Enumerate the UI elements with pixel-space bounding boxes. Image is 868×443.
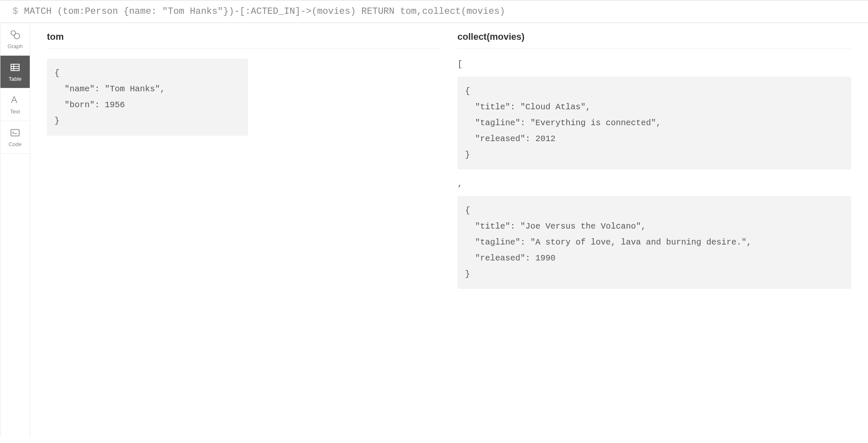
result-row: tom { "name": "Tom Hanks", "born": 1956 … (47, 23, 851, 297)
sidebar-item-table[interactable]: Table (0, 56, 30, 88)
sidebar-item-label: Code (8, 141, 21, 147)
text-icon (9, 94, 21, 106)
open-bracket: [ (457, 59, 851, 77)
sidebar-item-label: Graph (8, 43, 23, 49)
view-sidebar: Graph Table Text (0, 23, 30, 437)
column-header: collect(movies) (457, 23, 851, 49)
column-tom: tom { "name": "Tom Hanks", "born": 1956 … (47, 23, 441, 297)
sidebar-item-graph[interactable]: Graph (0, 23, 30, 56)
list-comma: , (457, 178, 851, 196)
column-header: tom (47, 23, 441, 49)
svg-rect-6 (11, 129, 19, 136)
code-block[interactable]: { "name": "Tom Hanks", "born": 1956 } (47, 59, 248, 136)
svg-point-1 (14, 33, 20, 39)
code-icon (9, 127, 21, 139)
graph-icon (9, 29, 21, 41)
query-text: MATCH (tom:Person {name: "Tom Hanks"})-[… (24, 6, 505, 17)
svg-rect-2 (11, 64, 19, 70)
code-block[interactable]: { "title": "Cloud Atlas", "tagline": "Ev… (457, 77, 851, 170)
results-pane[interactable]: tom { "name": "Tom Hanks", "born": 1956 … (30, 23, 868, 437)
column-collect: collect(movies) [ { "title": "Cloud Atla… (457, 23, 851, 297)
query-bar[interactable]: $ MATCH (tom:Person {name: "Tom Hanks"})… (0, 0, 868, 23)
code-block[interactable]: { "title": "Joe Versus the Volcano", "ta… (457, 196, 851, 289)
table-icon (9, 62, 21, 73)
sidebar-item-text[interactable]: Text (0, 88, 30, 121)
sidebar-item-code[interactable]: Code (0, 121, 30, 154)
sidebar-item-label: Table (8, 76, 21, 82)
query-prompt: $ (13, 6, 18, 17)
content-area: Graph Table Text (0, 23, 868, 437)
sidebar-item-label: Text (10, 108, 20, 115)
